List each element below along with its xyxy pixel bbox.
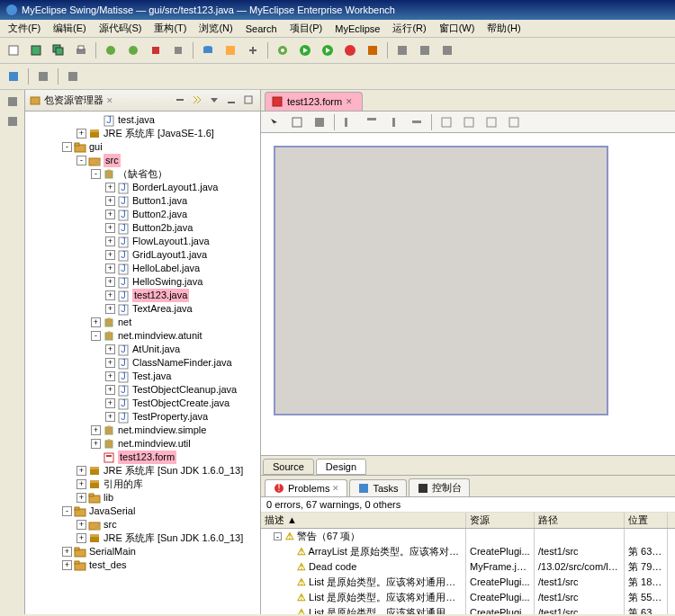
tool7-button[interactable] bbox=[243, 40, 263, 60]
tree-item[interactable]: +JTestProperty.java bbox=[25, 410, 260, 424]
problem-row[interactable]: ⚠ Dead codeMyFrame.java/13.02/src/com/lz… bbox=[261, 559, 675, 575]
col-path[interactable]: 路径 bbox=[535, 513, 625, 528]
tree-item[interactable]: +JClassNameFinder.java bbox=[25, 356, 260, 370]
menu-item[interactable]: 窗口(W) bbox=[435, 20, 480, 37]
col-resource[interactable]: 资源 bbox=[466, 513, 535, 528]
collapse-icon[interactable]: - bbox=[91, 331, 101, 341]
problem-row[interactable]: ⚠ List 是原始类型。应该将对通用类型CreatePlugi.../test… bbox=[261, 575, 675, 590]
problems-group-row[interactable]: -⚠ 警告（67 项） bbox=[261, 529, 675, 544]
size-2-button[interactable] bbox=[459, 112, 479, 132]
menu-item[interactable]: MyEclipse bbox=[330, 22, 384, 36]
tree-item[interactable]: -JavaSerial bbox=[25, 504, 260, 518]
tab-problems[interactable]: ! Problems ✕ bbox=[265, 479, 347, 496]
expand-icon[interactable]: + bbox=[91, 425, 101, 435]
vertical-tab-2[interactable] bbox=[4, 115, 22, 133]
tree-item[interactable]: -src bbox=[25, 154, 260, 167]
tree-item[interactable]: +net.mindview.util bbox=[25, 437, 260, 451]
tree-item[interactable]: -net.mindview.atunit bbox=[25, 329, 260, 343]
tree-item[interactable]: +JButton1.java bbox=[25, 194, 260, 208]
menu-item[interactable]: Search bbox=[241, 22, 282, 36]
link-editor-button[interactable] bbox=[191, 94, 205, 108]
minimize-button[interactable] bbox=[225, 94, 239, 108]
expand-icon[interactable]: + bbox=[91, 317, 101, 327]
expand-icon[interactable]: + bbox=[105, 385, 115, 395]
tree-item[interactable]: +Jtest123.java bbox=[25, 289, 260, 302]
tree-item[interactable]: +JRE 系统库 [Sun JDK 1.6.0_13] bbox=[25, 464, 260, 478]
tree-item[interactable]: -（缺省包） bbox=[25, 167, 260, 181]
launch-button[interactable] bbox=[101, 40, 121, 60]
expand-icon[interactable]: + bbox=[105, 196, 115, 206]
tree[interactable]: Jtest.java+JRE 系统库 [JavaSE-1.6]-gui-src-… bbox=[25, 112, 260, 614]
tool-a-button[interactable] bbox=[392, 40, 412, 60]
tool4-button[interactable] bbox=[168, 40, 188, 60]
design-select-button[interactable] bbox=[265, 112, 284, 132]
tree-item[interactable]: +JHelloSwing.java bbox=[25, 275, 260, 289]
tree-item[interactable]: +JButton2.java bbox=[25, 208, 260, 221]
collapse-icon[interactable]: - bbox=[62, 506, 72, 516]
expand-icon[interactable]: + bbox=[105, 344, 115, 354]
tool-b-button[interactable] bbox=[415, 40, 435, 60]
tree-item[interactable]: +JRE 系统库 [Sun JDK 1.6.0_13] bbox=[25, 531, 260, 545]
tree-item[interactable]: -gui bbox=[25, 140, 260, 154]
expand-icon[interactable]: + bbox=[105, 412, 115, 422]
nav1-button[interactable] bbox=[4, 67, 23, 86]
view-menu-button[interactable] bbox=[208, 94, 222, 108]
tab-source[interactable]: Source bbox=[263, 459, 314, 475]
design-canvas-area[interactable] bbox=[261, 133, 675, 455]
tree-item[interactable]: +引用的库 bbox=[25, 478, 260, 491]
stop-button[interactable] bbox=[146, 40, 166, 60]
launch2-button[interactable] bbox=[123, 40, 143, 60]
design-preview-button[interactable] bbox=[310, 112, 329, 132]
vertical-tab-1[interactable] bbox=[4, 95, 22, 113]
expand-icon[interactable]: + bbox=[105, 371, 115, 381]
run2-button[interactable] bbox=[318, 40, 338, 60]
debug-button[interactable] bbox=[273, 40, 292, 60]
expand-icon[interactable]: + bbox=[76, 129, 86, 138]
align-2-button[interactable] bbox=[362, 112, 382, 132]
expand-icon[interactable]: + bbox=[105, 183, 115, 192]
expand-icon[interactable]: + bbox=[105, 263, 115, 273]
expand-icon[interactable]: + bbox=[105, 358, 115, 368]
size-4-button[interactable] bbox=[504, 112, 524, 132]
tree-item[interactable]: +JTest.java bbox=[25, 370, 260, 383]
expand-icon[interactable]: + bbox=[105, 304, 115, 314]
expand-icon[interactable]: + bbox=[105, 250, 115, 260]
menu-item[interactable]: 源代码(S) bbox=[94, 20, 147, 37]
expand-icon[interactable]: + bbox=[105, 210, 115, 219]
tree-item[interactable]: +JFlowLayout1.java bbox=[25, 235, 260, 248]
db-button[interactable] bbox=[198, 40, 218, 60]
expand-icon[interactable]: + bbox=[76, 493, 86, 503]
tree-item[interactable]: +JBorderLayout1.java bbox=[25, 181, 260, 194]
tree-item[interactable]: +JTestObjectCleanup.java bbox=[25, 383, 260, 397]
tree-item[interactable]: +JTextArea.java bbox=[25, 302, 260, 316]
tree-item[interactable]: +JButton2b.java bbox=[25, 221, 260, 235]
collapse-icon[interactable]: - bbox=[91, 169, 101, 179]
expand-icon[interactable]: + bbox=[105, 237, 115, 246]
col-description[interactable]: 描述 ▲ bbox=[261, 513, 466, 528]
expand-icon[interactable]: + bbox=[91, 439, 101, 449]
tree-item[interactable]: +net.mindview.simple bbox=[25, 424, 260, 437]
col-location[interactable]: 位置 bbox=[625, 513, 668, 528]
expand-icon[interactable]: + bbox=[105, 223, 115, 233]
size-3-button[interactable] bbox=[482, 112, 501, 132]
nav3-button[interactable] bbox=[63, 67, 83, 86]
expand-icon[interactable]: + bbox=[105, 277, 115, 287]
new-button[interactable] bbox=[4, 40, 23, 60]
problem-row[interactable]: ⚠ List 是原始类型。应该将对通用类型CreatePlugi.../test… bbox=[261, 605, 675, 614]
tree-item[interactable]: +JGridLayout1.java bbox=[25, 248, 260, 262]
align-3-button[interactable] bbox=[384, 112, 404, 132]
tab-tasks[interactable]: Tasks bbox=[349, 479, 406, 496]
tree-item[interactable]: +JRE 系统库 [JavaSE-1.6] bbox=[25, 127, 260, 140]
menu-item[interactable]: 项目(P) bbox=[285, 20, 328, 37]
expand-icon[interactable]: + bbox=[76, 533, 86, 543]
form-canvas[interactable] bbox=[274, 146, 608, 415]
tree-item[interactable]: +test_des bbox=[25, 558, 260, 572]
size-1-button[interactable] bbox=[436, 112, 456, 132]
expand-icon[interactable]: + bbox=[105, 398, 115, 408]
menu-item[interactable]: 帮助(H) bbox=[482, 20, 525, 37]
tree-item[interactable]: +JAtUnit.java bbox=[25, 343, 260, 356]
expand-icon[interactable]: + bbox=[62, 547, 72, 557]
close-tab-icon[interactable]: ✕ bbox=[346, 97, 353, 106]
menu-item[interactable]: 运行(R) bbox=[388, 20, 430, 37]
design-connect-button[interactable] bbox=[287, 112, 307, 132]
